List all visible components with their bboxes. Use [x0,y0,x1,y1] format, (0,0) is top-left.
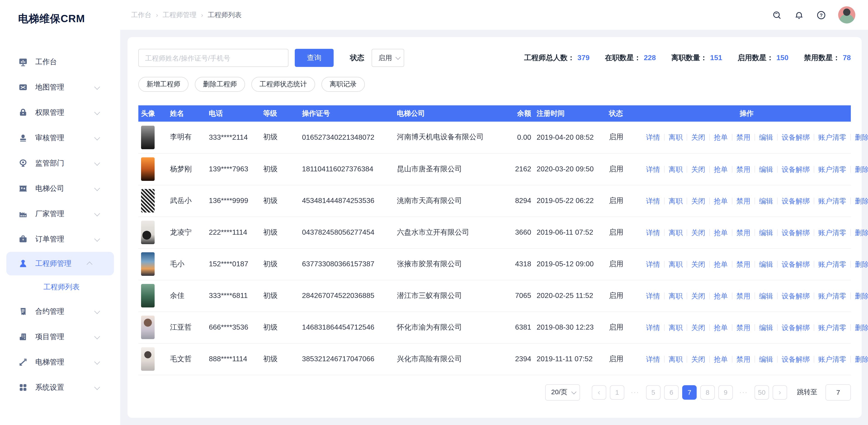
page-ellipsis[interactable]: ··· [628,385,643,399]
action-disable[interactable]: 禁用 [733,324,755,331]
action-close[interactable]: 关闭 [687,166,710,173]
action-close[interactable]: 关闭 [687,261,710,267]
action-edit[interactable]: 编辑 [755,198,778,204]
action-disable[interactable]: 禁用 [733,356,755,362]
sidebar-item-order[interactable]: 订单管理 [0,226,120,252]
action-resign[interactable]: 离职 [664,198,687,204]
search-input[interactable] [138,49,288,67]
action-grab-order[interactable]: 抢单 [710,356,733,362]
action-resign[interactable]: 离职 [664,324,687,331]
action-edit[interactable]: 编辑 [755,166,778,173]
breadcrumb-item[interactable]: 工程师管理 [162,11,196,19]
action-detail[interactable]: 详情 [645,166,664,173]
action-disable[interactable]: 禁用 [733,261,755,267]
page-ellipsis[interactable]: ··· [737,385,751,399]
action-edit[interactable]: 编辑 [755,229,778,236]
action-delete[interactable]: 删除 [851,261,868,267]
action-reset-account[interactable]: 账户清零 [814,134,851,141]
sidebar-item-permission[interactable]: 权限管理 [0,100,120,125]
action-grab-order[interactable]: 抢单 [710,324,733,331]
action-reset-account[interactable]: 账户清零 [814,229,851,236]
action-reset-account[interactable]: 账户清零 [814,324,851,331]
page-button-6[interactable]: 6 [664,385,679,399]
page-button-1[interactable]: 1 [610,385,624,399]
sidebar-item-engineer-list[interactable]: 工程师列表 [0,275,120,299]
action-unbind-device[interactable]: 设备解绑 [778,292,814,299]
action-reset-account[interactable]: 账户清零 [814,198,851,204]
add-engineer-button[interactable]: 新增工程师 [138,77,188,92]
action-grab-order[interactable]: 抢单 [710,134,733,141]
action-resign[interactable]: 离职 [664,134,687,141]
action-detail[interactable]: 详情 [645,198,664,204]
action-unbind-device[interactable]: 设备解绑 [778,229,814,236]
action-delete[interactable]: 删除 [851,356,868,362]
action-resign[interactable]: 离职 [664,261,687,267]
page-button-9[interactable]: 9 [718,385,733,399]
action-delete[interactable]: 删除 [851,324,868,331]
action-edit[interactable]: 编辑 [755,356,778,362]
query-button[interactable]: 查询 [295,49,334,67]
action-disable[interactable]: 禁用 [733,166,755,173]
action-resign[interactable]: 离职 [664,292,687,299]
action-unbind-device[interactable]: 设备解绑 [778,134,814,141]
action-detail[interactable]: 详情 [645,261,664,267]
action-resign[interactable]: 离职 [664,229,687,236]
action-grab-order[interactable]: 抢单 [710,229,733,236]
action-reset-account[interactable]: 账户清零 [814,166,851,173]
action-close[interactable]: 关闭 [687,292,710,299]
page-button-7[interactable]: 7 [682,385,697,399]
action-reset-account[interactable]: 账户清零 [814,356,851,362]
sidebar-item-engineer[interactable]: 工程师管理 [6,252,114,275]
action-delete[interactable]: 删除 [851,292,868,299]
sidebar-item-elevator[interactable]: 电梯管理 [0,350,120,375]
action-reset-account[interactable]: 账户清零 [814,292,851,299]
action-detail[interactable]: 详情 [645,229,664,236]
action-reset-account[interactable]: 账户清零 [814,261,851,267]
action-edit[interactable]: 编辑 [755,324,778,331]
action-close[interactable]: 关闭 [687,198,710,204]
action-unbind-device[interactable]: 设备解绑 [778,166,814,173]
help-icon[interactable]: ? [816,10,827,20]
page-size-select[interactable]: 20/页 [545,384,580,400]
action-detail[interactable]: 详情 [645,324,664,331]
page-button-8[interactable]: 8 [700,385,715,399]
action-disable[interactable]: 禁用 [733,134,755,141]
action-delete[interactable]: 删除 [851,229,868,236]
delete-engineer-button[interactable]: 删除工程师 [195,77,245,92]
action-resign[interactable]: 离职 [664,356,687,362]
user-avatar[interactable] [838,6,855,24]
search-icon[interactable] [772,10,782,20]
action-edit[interactable]: 编辑 [755,261,778,267]
action-grab-order[interactable]: 抢单 [710,261,733,267]
action-disable[interactable]: 禁用 [733,198,755,204]
sidebar-item-supervision[interactable]: 监管部门 [0,151,120,176]
action-delete[interactable]: 删除 [851,134,868,141]
page-button-50[interactable]: 50 [754,385,769,399]
sidebar-item-elevator-company[interactable]: 电梯公司 [0,176,120,201]
action-resign[interactable]: 离职 [664,166,687,173]
sidebar-item-settings[interactable]: 系统设置 [0,375,120,400]
status-select[interactable]: 启用 [372,49,404,67]
sidebar-item-manufacturer[interactable]: 厂家管理 [0,201,120,226]
action-disable[interactable]: 禁用 [733,229,755,236]
bell-icon[interactable] [794,10,804,20]
sidebar-item-project[interactable]: 项目管理 [0,324,120,350]
sidebar-item-contract[interactable]: 合约管理 [0,299,120,324]
sidebar-item-audit[interactable]: 审核管理 [0,125,120,151]
action-detail[interactable]: 详情 [645,134,664,141]
action-detail[interactable]: 详情 [645,292,664,299]
page-prev-button[interactable]: ‹ [592,385,606,399]
action-detail[interactable]: 详情 [645,356,664,362]
breadcrumb-item[interactable]: 工作台 [131,11,151,19]
action-unbind-device[interactable]: 设备解绑 [778,198,814,204]
action-unbind-device[interactable]: 设备解绑 [778,324,814,331]
action-close[interactable]: 关闭 [687,324,710,331]
action-delete[interactable]: 删除 [851,166,868,173]
action-grab-order[interactable]: 抢单 [710,198,733,204]
page-next-button[interactable]: › [773,385,787,399]
action-unbind-device[interactable]: 设备解绑 [778,356,814,362]
action-grab-order[interactable]: 抢单 [710,292,733,299]
action-delete[interactable]: 删除 [851,198,868,204]
action-close[interactable]: 关闭 [687,134,710,141]
action-disable[interactable]: 禁用 [733,292,755,299]
